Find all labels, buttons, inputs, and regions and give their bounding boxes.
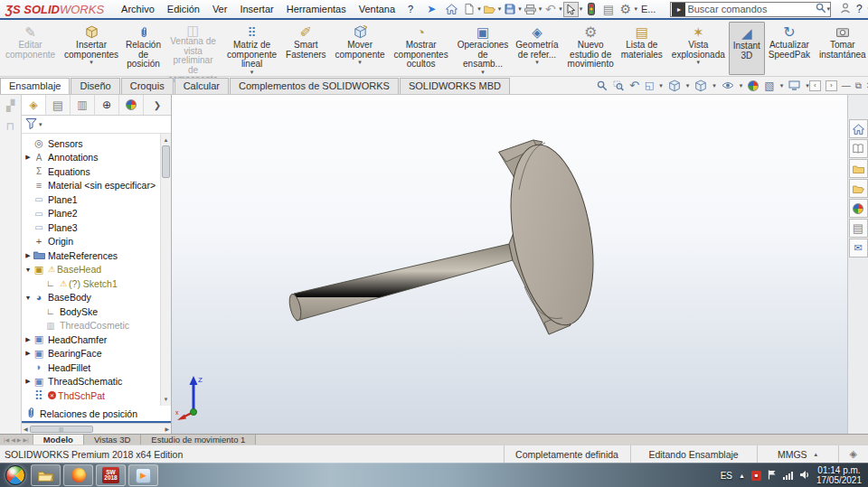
manager-tabs-expand-icon[interactable]: ❯ [144,95,171,115]
dropdown-caret[interactable]: ▾ [659,83,663,89]
bolt-3d-model[interactable] [172,95,846,434]
taskpane-resources-icon[interactable] [849,139,868,158]
manager-tab-configurationmanager[interactable]: ▥ [71,95,95,115]
scroll-down-icon[interactable]: ▼ [164,394,169,405]
expand-expanded-icon[interactable]: ▼ [24,295,33,301]
taskbar-app-explorer[interactable] [31,464,61,486]
ribbon-tomar-instant-nea[interactable]: Tomar instantánea [816,22,868,75]
tree-item-sketch1[interactable]: ∟⚠(?) Sketch1 [22,276,160,291]
taskpane-file-explorer-icon[interactable] [849,179,868,198]
network-icon[interactable] [783,471,793,480]
volume-icon[interactable] [799,470,810,482]
profile-step-icon[interactable]: ⊓ [6,120,14,133]
exploded-steps-icon[interactable]: ▞ [6,99,14,112]
options-button[interactable]: ⚙ [618,2,633,17]
expand-collapsed-icon[interactable]: ▶ [24,378,33,385]
search-dropdown-caret[interactable]: ▾ [826,6,830,12]
tab-solidworks-mbd[interactable]: SOLIDWORKS MBD [400,78,510,94]
help-icon[interactable]: ? [853,3,866,15]
dropdown-caret[interactable]: ▾ [712,83,716,89]
hidden-icons-icon[interactable]: ▲ [739,473,745,479]
tree-vertical-scrollbar[interactable]: ▲ ▼ [160,134,171,406]
status-tag-icon[interactable]: ◈ [838,445,868,463]
expand-collapsed-icon[interactable]: ▶ [24,336,33,343]
taskpane-design-library-icon[interactable] [849,159,868,178]
taskbar-app-media-player[interactable]: ▶ [128,464,158,486]
tree-item-bearingface[interactable]: ▶▣BearingFace [22,347,160,361]
tab-dise-o[interactable]: Diseño [71,78,119,94]
expand-expanded-icon[interactable]: ▼ [24,267,33,273]
manager-tab-displaymanager[interactable] [119,95,144,115]
dropdown-caret[interactable]: ▾ [90,60,93,65]
zoom-to-area-icon[interactable] [613,80,624,91]
doc-minimize-button[interactable]: — [842,80,851,90]
ribbon-mostrar-componentes-ocultos[interactable]: ◔Mostrar componentes ocultos [391,22,452,75]
tree-item-material-sin-especificar[interactable]: ≡Material <sin especificar> [22,179,160,193]
filter-funnel-icon[interactable] [25,117,37,131]
manager-tab-propertymanager[interactable]: ▤ [46,95,71,115]
tab-ensamblaje[interactable]: Ensamblaje [0,78,70,94]
last-tab-icon[interactable]: ▶| [23,436,28,443]
doc-tab-estudio-de-movimiento-1[interactable]: Estudio de movimiento 1 [141,435,256,445]
dropdown-caret[interactable]: ▾ [780,83,784,89]
tree-item-plane1[interactable]: ▭Plane1 [22,192,160,207]
file-properties-button[interactable]: ▤ [600,2,616,17]
taskpane-custom-properties-icon[interactable]: ▤ [849,219,868,238]
menu-insertar[interactable]: Insertar [233,3,279,15]
tree-item-origin[interactable]: +Origin [22,235,160,249]
open-file-button[interactable] [482,2,497,17]
taskbar-app-firefox[interactable] [63,464,93,486]
home-button[interactable] [444,2,459,17]
ribbon-operaciones-de-ensamb[interactable]: ▣Operaciones de ensamb...▾ [454,22,513,75]
dropdown-caret[interactable]: ▾ [740,83,743,89]
dropdown-caret[interactable]: ▾ [358,60,362,65]
tree-item-plane2[interactable]: ▭Plane2 [22,207,160,221]
search-input[interactable] [687,4,816,14]
filter-dropdown-caret[interactable]: ▾ [39,122,42,127]
dropdown-caret[interactable]: ▾ [481,70,485,75]
save-button[interactable] [502,2,517,17]
menu-archivo[interactable]: Archivo [115,3,161,15]
ribbon-relaci-n-de-posici-n[interactable]: Relación de posición [122,22,165,75]
window-next-icon[interactable]: › [826,80,837,91]
undo-button[interactable]: ↶ [542,2,558,17]
next-tab-icon[interactable]: ▶ [17,436,22,443]
ribbon-nuevo-estudio-de-movimiento[interactable]: ⚙Nuevo estudio de movimiento [564,22,618,75]
menu-ventana[interactable]: Ventana [353,3,401,15]
dropdown-caret[interactable]: ▾ [686,83,690,89]
scroll-thumb[interactable]: ||| [30,426,93,433]
print-button[interactable] [523,2,538,17]
ribbon-mover-componente[interactable]: Mover componente▾ [332,22,389,75]
doc-tab-modelo[interactable]: Modelo [33,435,84,445]
tree-item-equations[interactable]: ΣEquations [22,164,160,179]
ribbon-geometr-a-de-refer[interactable]: ◈Geometría de refer...▾ [512,22,561,75]
tree-item-headchamfer[interactable]: ▶▣HeadChamfer [22,332,160,347]
dropdown-caret[interactable]: ▾ [250,70,254,75]
tree-item-thdschpat[interactable]: ⠿✕ThdSchPat [22,389,160,403]
view-orientation-icon[interactable] [668,80,681,92]
tree-horizontal-scrollbar[interactable]: ◀ ||| ▶ [22,423,171,434]
user-account-icon[interactable] [840,3,851,15]
tree-item-threadschematic[interactable]: ▶▣ThreadSchematic [22,375,160,389]
ribbon-lista-de-materiales[interactable]: ▤Lista de materiales [618,22,666,75]
toolbar-overflow[interactable]: E... [641,4,656,14]
tab-complementos-de-solidworks[interactable]: Complementos de SOLIDWORKS [230,78,399,94]
tree-item-matereferences[interactable]: ▶MateReferences [22,248,160,263]
hide-show-items-icon[interactable] [722,81,734,89]
select-button[interactable] [563,2,579,17]
taskbar-clock[interactable]: 01:14 p.m. 17/05/2021 [816,465,862,485]
graphics-viewport[interactable]: Z x ▤✉ [172,95,868,434]
tab-croquis[interactable]: Croquis [121,78,174,94]
window-prev-icon[interactable]: ‹ [809,80,821,91]
scroll-up-icon[interactable]: ▲ [164,135,169,145]
expand-collapsed-icon[interactable]: ▶ [24,350,33,357]
tree-item-annotations[interactable]: ▶AAnnotations [22,151,160,165]
dropdown-caret[interactable]: ▾ [535,60,539,65]
tree-item-basehead[interactable]: ▼▣⚠BaseHead [22,263,160,277]
ribbon-insertar-componentes[interactable]: Insertar componentes▾ [61,22,122,75]
doc-restore-button[interactable]: ⧉ [855,80,862,91]
action-center-flag-icon[interactable] [768,470,777,482]
scroll-right-icon[interactable]: ▶ [165,426,169,432]
tree-item-basebody[interactable]: ▼◕BaseBody [22,291,160,305]
apply-scene-icon[interactable]: ▧ [764,80,774,91]
